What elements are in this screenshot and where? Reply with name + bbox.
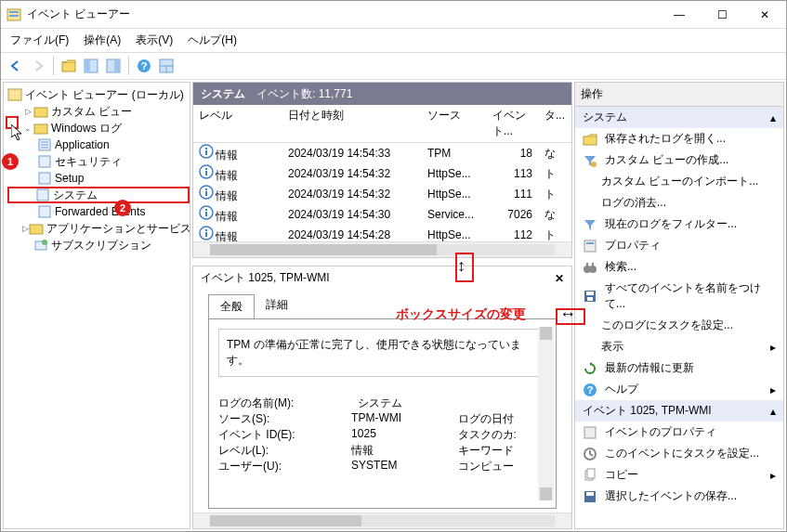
info-icon — [199, 226, 214, 240]
action-label: プロパティ — [605, 238, 661, 253]
tab-details[interactable]: 詳細 — [255, 293, 299, 318]
menu-view[interactable]: 表示(V) — [130, 31, 178, 50]
action-save-all-events[interactable]: すべてのイベントを名前をつけて... — [575, 278, 783, 315]
list-header-count: イベント数: 11,771 — [256, 86, 352, 102]
info-icon — [199, 144, 214, 159]
col-source[interactable]: ソース — [422, 105, 487, 142]
svg-rect-54 — [586, 263, 588, 266]
tree-setup[interactable]: Setup — [7, 170, 190, 187]
horizontal-splitter[interactable] — [192, 258, 572, 266]
action-find[interactable]: 検索... — [575, 256, 783, 278]
nav-forward-button[interactable] — [27, 55, 49, 77]
action-label: イベントのプロパティ — [605, 424, 716, 440]
eventviewer-icon — [7, 87, 22, 102]
list-h-scrollbar[interactable] — [193, 241, 571, 257]
info-icon — [199, 164, 214, 179]
v-level: 情報 — [351, 443, 457, 459]
close-button[interactable]: ✕ — [743, 1, 786, 29]
tab-general[interactable]: 全般 — [208, 294, 255, 319]
window-title: イベント ビューアー — [27, 6, 658, 22]
svg-rect-55 — [592, 263, 594, 266]
detail-h-scrollbar[interactable] — [193, 513, 571, 528]
save-icon — [583, 289, 597, 304]
action-label: カスタム ビューのインポート... — [601, 174, 758, 189]
svg-rect-5 — [85, 59, 90, 72]
log-icon — [37, 204, 52, 219]
action-properties[interactable]: プロパティ — [575, 235, 783, 256]
list-header-bar: システム イベント数: 11,771 — [193, 83, 571, 105]
view-icon-1[interactable] — [80, 55, 102, 77]
view-icon-2[interactable] — [102, 55, 125, 77]
action-create-custom-view[interactable]: カスタム ビューの作成... — [575, 149, 783, 171]
action-attach-task-event[interactable]: このイベントにタスクを設定... — [575, 443, 783, 464]
k-logged: ログの日付 — [458, 411, 546, 427]
tree-system[interactable]: システム — [7, 187, 190, 203]
nav-back-button[interactable] — [5, 55, 27, 77]
menu-action[interactable]: 操作(A) — [78, 31, 126, 50]
event-row[interactable]: 情報2024/03/19 14:54:28HttpSe...112ト — [193, 225, 571, 241]
action-event-properties[interactable]: イベントのプロパティ — [575, 422, 783, 443]
action-help-submenu[interactable]: ?ヘルプ▸ — [575, 379, 783, 400]
tree-forwarded-events[interactable]: Forwarded Events — [7, 203, 190, 220]
svg-rect-41 — [205, 229, 207, 231]
action-import-custom-view[interactable]: カスタム ビューのインポート... — [575, 171, 783, 192]
action-save-selected[interactable]: 選択したイベントの保存... — [575, 486, 783, 507]
col-eventid[interactable]: イベント... — [487, 105, 539, 142]
scope-tree[interactable]: イベント ビューアー (ローカル) ▷ カスタム ビュー ⌄ Windows ロ… — [3, 82, 190, 529]
action-clear-log[interactable]: ログの消去... — [575, 192, 783, 214]
col-date[interactable]: 日付と時刻 — [282, 105, 422, 142]
browse-icon[interactable] — [58, 55, 80, 77]
filter-icon — [583, 217, 597, 232]
tree-windows-logs[interactable]: ⌄ Windows ログ — [7, 120, 190, 136]
tree-app-services-logs[interactable]: ▷ アプリケーションとサービス ログ — [7, 220, 190, 237]
help-icon[interactable]: ? — [133, 55, 155, 77]
tree-label: セキュリティ — [55, 154, 122, 170]
maximize-button[interactable]: ☐ — [701, 1, 743, 29]
action-open-saved-log[interactable]: 保存されたログを開く... — [575, 128, 783, 149]
menu-help[interactable]: ヘルプ(H) — [182, 31, 243, 50]
svg-rect-50 — [584, 240, 596, 252]
detail-body: TPM の準備が正常に完了し、使用できる状態になっています。 ログの名前(M):… — [208, 318, 557, 509]
tree-subscriptions[interactable]: ▷ サブスクリプション — [7, 237, 190, 253]
col-level[interactable]: レベル — [193, 105, 282, 142]
action-attach-task-log[interactable]: このログにタスクを設定... — [575, 315, 783, 336]
svg-rect-34 — [205, 191, 207, 196]
tree-root[interactable]: イベント ビューアー (ローカル) — [7, 86, 190, 103]
log-icon — [35, 188, 50, 202]
collapse-icon[interactable]: ⌄ — [22, 123, 33, 133]
log-icon — [37, 154, 52, 169]
actions-section-system[interactable]: システム▴ — [575, 107, 783, 128]
info-icon — [199, 185, 214, 200]
expand-icon[interactable]: ▷ — [22, 224, 29, 233]
detail-v-scrollbar[interactable] — [538, 327, 554, 500]
v-user: SYSTEM — [351, 459, 457, 474]
action-view-submenu[interactable]: 表示▸ — [575, 336, 783, 357]
action-label: ヘルプ — [605, 382, 638, 397]
action-label: すべてのイベントを名前をつけて... — [605, 280, 776, 312]
tree-label: カスタム ビュー — [51, 104, 132, 120]
svg-rect-64 — [587, 469, 595, 478]
svg-rect-61 — [584, 427, 596, 438]
collapse-icon: ▴ — [770, 111, 776, 124]
tree-application[interactable]: Application — [7, 136, 190, 153]
action-refresh[interactable]: 最新の情報に更新 — [575, 357, 783, 379]
tree-security[interactable]: セキュリティ — [7, 153, 190, 170]
menu-file[interactable]: ファイル(F) — [5, 31, 74, 50]
action-filter-log[interactable]: 現在のログをフィルター... — [575, 214, 783, 235]
event-list[interactable]: 情報2024/03/19 14:54:33TPM18な情報2024/03/19 … — [193, 143, 571, 241]
svg-rect-20 — [39, 156, 50, 167]
minimize-button[interactable]: ― — [658, 1, 701, 29]
tree-custom-views[interactable]: ▷ カスタム ビュー — [7, 103, 190, 120]
svg-rect-35 — [205, 188, 207, 190]
layout-icon[interactable] — [155, 55, 177, 77]
action-label: 最新の情報に更新 — [605, 360, 694, 376]
v-eid: 1025 — [351, 427, 457, 443]
action-label: コピー — [605, 467, 638, 483]
actions-section-event[interactable]: イベント 1025, TPM-WMI▴ — [575, 400, 783, 422]
expand-icon[interactable]: ▷ — [22, 107, 33, 116]
col-task[interactable]: タ... — [539, 105, 556, 142]
svg-rect-24 — [30, 225, 43, 234]
action-copy-submenu[interactable]: コピー▸ — [575, 464, 783, 486]
tree-label: Windows ログ — [51, 121, 122, 136]
detail-close-button[interactable]: ✕ — [555, 272, 564, 285]
